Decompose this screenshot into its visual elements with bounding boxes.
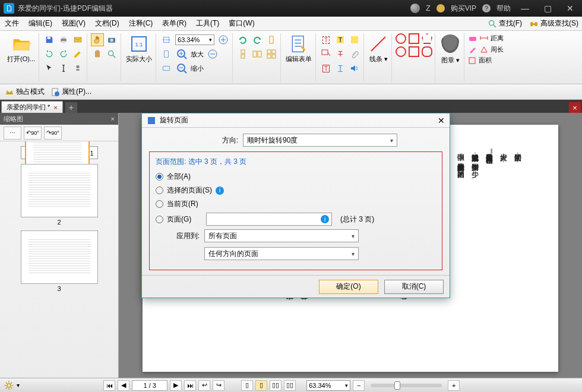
close-button[interactable]: ✕	[562, 4, 578, 13]
lines-dropdown[interactable]: 线条 ▾	[368, 33, 389, 65]
undo-button[interactable]	[43, 48, 56, 61]
menu-tool[interactable]: 工具(T)	[191, 18, 224, 29]
thumb-rotate-cw-button[interactable]: ↷90°	[44, 127, 62, 140]
advanced-find-button[interactable]: 高级查找(S)	[526, 18, 582, 29]
email-button[interactable]	[71, 33, 84, 46]
orientation-select[interactable]: 任何方向的页面▾	[204, 247, 359, 260]
highlight-button[interactable]: T	[334, 33, 347, 46]
menu-form[interactable]: 表单(R)	[157, 18, 191, 29]
option-pages[interactable]: 页面(G) i (总计 3 页)	[156, 213, 436, 226]
user-badge[interactable]: Z	[426, 4, 430, 12]
text-select-button[interactable]	[57, 62, 70, 75]
open-button[interactable]: 打开(O)...	[6, 33, 36, 65]
nav-back-button[interactable]: ↩	[198, 380, 210, 391]
zoom-minus-button[interactable]	[206, 48, 219, 61]
shape-rect[interactable]	[409, 33, 419, 44]
menu-comment[interactable]: 注释(C)	[124, 18, 158, 29]
panel-close-button[interactable]: ×	[111, 115, 115, 122]
menu-edit[interactable]: 编辑(E)	[24, 18, 57, 29]
snapshot-button[interactable]	[105, 33, 118, 46]
layout-toggle-1[interactable]: ▯	[241, 380, 253, 391]
thumb-menu-button[interactable]: ⋯	[4, 127, 21, 140]
shape-ellipse[interactable]	[396, 33, 406, 44]
document-tab[interactable]: 亲爱的同学们 * ×	[1, 101, 63, 113]
strike-button[interactable]: T	[334, 48, 347, 61]
radio-selected[interactable]	[156, 186, 163, 194]
callout-button[interactable]	[320, 48, 333, 61]
layout-cont-button[interactable]	[236, 48, 249, 61]
menu-view[interactable]: 视图(V)	[57, 18, 90, 29]
radio-all[interactable]	[156, 173, 163, 181]
next-page-button[interactable]: ▶	[170, 380, 182, 391]
first-page-button[interactable]: ⏮	[103, 380, 115, 391]
edit-content-button[interactable]	[71, 48, 84, 61]
nav-fwd-button[interactable]: ↪	[213, 380, 224, 391]
find-button[interactable]: 查找(F)	[484, 18, 526, 29]
area-row[interactable]: 面积	[468, 56, 504, 65]
note-button[interactable]	[348, 33, 361, 46]
clipboard-button[interactable]	[91, 48, 104, 61]
buy-vip-link[interactable]: 购买VIP	[451, 4, 476, 14]
attach-button[interactable]	[348, 48, 361, 61]
zoom-plus-button[interactable]	[217, 33, 230, 46]
dialog-close-button[interactable]: ✕	[438, 116, 445, 125]
help-link[interactable]: 帮助	[496, 4, 511, 14]
gear-icon[interactable]	[4, 380, 14, 391]
shape-polygon[interactable]	[422, 33, 432, 44]
thumbnail-3[interactable]: 3	[21, 230, 98, 292]
close-all-tabs-button[interactable]: ×	[569, 102, 581, 113]
thumbnail-2[interactable]: 2	[21, 164, 98, 226]
thumbnail-1[interactable]: 1	[21, 146, 98, 159]
maximize-button[interactable]: ▢	[539, 4, 556, 13]
layout-toggle-4[interactable]: ▯▯	[284, 380, 296, 391]
underline-button[interactable]: T	[334, 62, 347, 75]
cancel-button[interactable]: 取消(C)	[384, 280, 444, 294]
exclusive-mode-button[interactable]: 独占模式	[5, 87, 45, 97]
rotate-right-button[interactable]	[251, 33, 264, 46]
layout-toggle-2[interactable]: ▯	[255, 380, 267, 391]
save-button[interactable]	[43, 33, 56, 46]
zoom-out-big-button[interactable]	[175, 62, 188, 75]
direction-select[interactable]: 顺时针旋转90度▾	[243, 134, 397, 147]
zoom-out-status[interactable]: −	[353, 380, 365, 391]
annotation-select-button[interactable]	[71, 62, 84, 75]
menu-window[interactable]: 窗口(W)	[224, 18, 259, 29]
status-zoom-combo[interactable]: 63.34%▾	[306, 380, 350, 391]
zoom-percent-combo[interactable]: 63.34%▾	[175, 34, 214, 45]
zoom-in-big-button[interactable]	[175, 48, 188, 61]
option-all[interactable]: 全部(A)	[156, 172, 436, 182]
prev-page-button[interactable]: ◀	[118, 380, 129, 391]
last-page-button[interactable]: ⏭	[184, 380, 196, 391]
layout-toggle-3[interactable]: ▯▯	[270, 380, 281, 391]
redo-button[interactable]	[57, 48, 70, 61]
page-number-box[interactable]: 1 / 3	[132, 380, 167, 391]
sound-button[interactable]	[348, 62, 361, 75]
pages-input[interactable]: i	[206, 213, 332, 226]
globe-icon[interactable]	[410, 4, 420, 13]
zoom-in-status[interactable]: +	[448, 380, 460, 391]
option-current[interactable]: 当前页(R)	[156, 199, 436, 209]
text-annot-button[interactable]: T	[320, 33, 333, 46]
hand-tool-button[interactable]	[91, 33, 104, 46]
thumb-rotate-ccw-button[interactable]: ↶90°	[24, 127, 42, 140]
shape-circle[interactable]	[396, 46, 406, 57]
find-tool-button[interactable]	[105, 48, 118, 61]
add-tab-button[interactable]: +	[65, 102, 77, 113]
edit-form-button[interactable]: 编辑表单	[284, 33, 313, 65]
radio-pages[interactable]	[156, 216, 163, 223]
menu-document[interactable]: 文档(D)	[90, 18, 124, 29]
minimize-button[interactable]: —	[517, 4, 533, 13]
zoom-slider[interactable]	[371, 384, 442, 387]
fit-visible-button[interactable]	[160, 62, 173, 75]
properties-button[interactable]: 属性(P)...	[50, 87, 91, 97]
info-icon[interactable]: i	[321, 215, 329, 223]
rotate-left-button[interactable]	[236, 33, 249, 46]
select-tool-button[interactable]	[43, 62, 56, 75]
info-icon[interactable]: i	[216, 186, 224, 195]
layout-facing-cont-button[interactable]	[265, 48, 278, 61]
stamp-dropdown[interactable]: 图章 ▾	[439, 33, 461, 66]
eraser-distance-row[interactable]: 距离	[468, 33, 504, 43]
shape-square[interactable]	[409, 46, 419, 57]
apply-to-select[interactable]: 所有页面▾	[204, 229, 359, 242]
marker-perimeter-row[interactable]: 周长	[468, 45, 504, 54]
